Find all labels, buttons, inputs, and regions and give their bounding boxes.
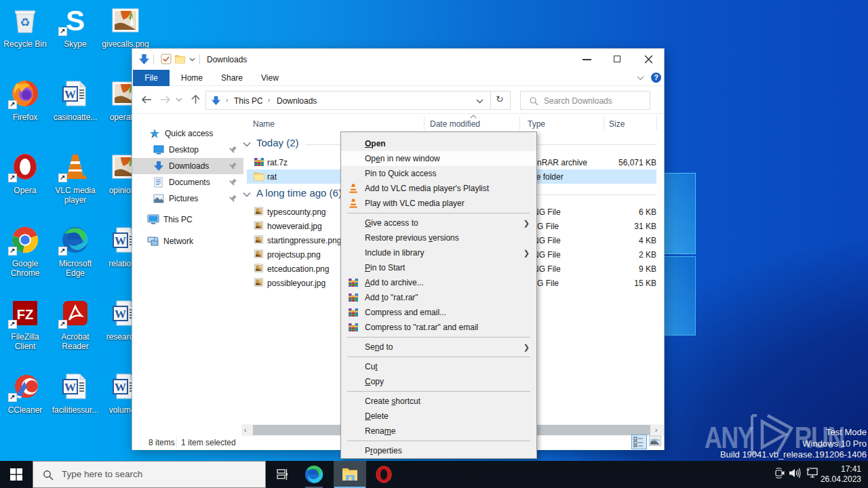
svg-text:S: S xyxy=(66,6,85,35)
svg-text:♻: ♻ xyxy=(20,16,30,29)
svg-text:FZ: FZ xyxy=(17,307,33,322)
